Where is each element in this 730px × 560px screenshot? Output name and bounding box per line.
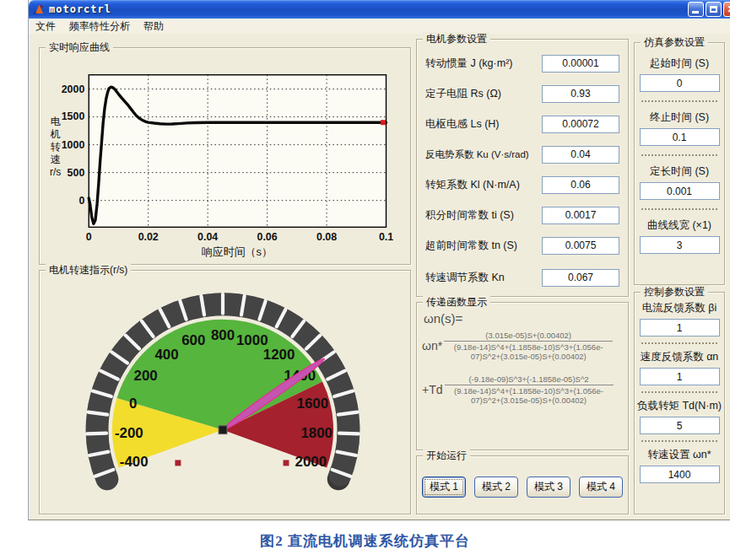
window-controls: ✕ xyxy=(688,2,730,17)
end-time-input[interactable] xyxy=(640,128,720,146)
panel-sim-params-title: 仿真参数设置 xyxy=(641,35,708,50)
curve-end-marker xyxy=(381,120,386,125)
panel-control-params: 控制参数设置 电流反馈系数 βi 速度反馈系数 αn 负载转矩 Td(N·m) … xyxy=(634,292,725,514)
transfer-term-prefix: +Td xyxy=(422,383,443,396)
transfer-term-reference: ωn* (3.015e-05)S+(0.00402) (9.18e-14)S^4… xyxy=(422,331,625,361)
panel-motor-params: 电机参数设置 转动惯量 J (kg·m²) 定子电阻 Rs (Ω) 电枢电感 L… xyxy=(416,39,629,297)
param-label: 曲线线宽 (×1) xyxy=(647,218,711,233)
param-label: 转矩系数 Kl (N·m/A) xyxy=(425,178,520,192)
window-title: motorctrl xyxy=(49,3,111,15)
x-tick: 0.04 xyxy=(197,231,218,243)
divider xyxy=(641,342,717,344)
y-axis-label: 电 机 转 速 r/s xyxy=(50,116,61,179)
maximize-icon xyxy=(710,6,717,13)
minimize-button[interactable] xyxy=(688,2,704,17)
panel-run-title: 开始运行 xyxy=(423,449,470,463)
inertia-input[interactable] xyxy=(542,55,619,73)
matlab-icon xyxy=(32,3,46,16)
plot-background xyxy=(89,75,386,228)
gauge-label: 800 xyxy=(211,327,235,343)
menu-frequency-analysis[interactable]: 频率特性分析 xyxy=(62,19,137,35)
close-icon: ✕ xyxy=(724,3,730,16)
param-row: 超前时间常数 tn (S) xyxy=(425,236,619,255)
param-label: 负载转矩 Td(N·m) xyxy=(637,399,722,413)
maximize-button[interactable] xyxy=(706,2,722,17)
step-time-input[interactable] xyxy=(640,182,720,200)
divider xyxy=(641,208,717,210)
gauge-indicator-square-right xyxy=(284,460,289,466)
param-label: 电流反馈系数 βi xyxy=(642,301,716,315)
panel-response-curve: 实时响应曲线 0 0.02 0.04 0.06 0.08 0.1 2000 xyxy=(39,47,411,265)
title-bar[interactable]: motorctrl ✕ xyxy=(29,0,730,19)
panel-transfer-function: 传递函数显示 ωn(s)= ωn* (3.015e-05)S+(0.00402)… xyxy=(416,302,629,450)
current-feedback-input[interactable] xyxy=(640,319,720,337)
close-button[interactable]: ✕ xyxy=(723,2,730,17)
param-row: 反电势系数 Ku (V·s/rad) xyxy=(425,145,619,164)
panel-control-params-title: 控制参数设置 xyxy=(641,285,708,299)
mode-2-button[interactable]: 模式 2 xyxy=(474,477,518,498)
integral-time-input[interactable] xyxy=(542,207,619,224)
divider xyxy=(641,440,717,442)
transfer-term-prefix: ωn* xyxy=(422,339,442,353)
x-axis-label: 响应时间（s） xyxy=(202,245,273,258)
control-params-column: 电流反馈系数 βi 速度反馈系数 αn 负载转矩 Td(N·m) 转速设置 ωn… xyxy=(640,299,719,483)
transfer-term-load: +Td (-9.18e-09)S^3+(-1.1858e-05)S^2 (9.1… xyxy=(422,374,625,405)
param-row: 转矩系数 Kl (N·m/A) xyxy=(425,175,619,194)
menu-file[interactable]: 文件 xyxy=(29,19,62,35)
transfer-denominator: (9.18e-14)S^4+(1.1858e-10)S^3+(1.056e-07… xyxy=(444,342,613,361)
gauge-label: 400 xyxy=(154,347,178,363)
gauge-label: 1200 xyxy=(263,347,295,363)
x-tick: 0.06 xyxy=(257,231,278,243)
transfer-numerator: (3.015e-05)S+(0.00402) xyxy=(444,331,613,342)
y-tick: 2000 xyxy=(62,83,85,95)
load-torque-input[interactable] xyxy=(640,417,720,434)
param-label: 终止时间 (S) xyxy=(650,110,709,125)
y-tick: 1000 xyxy=(62,139,85,151)
minimize-icon xyxy=(692,11,699,13)
x-tick: 0 xyxy=(86,231,92,243)
mode-4-button[interactable]: 模式 4 xyxy=(579,477,623,498)
line-width-input[interactable] xyxy=(640,236,720,254)
speed-regulation-input[interactable] xyxy=(542,269,619,287)
gauge-label: 2000 xyxy=(295,454,327,470)
y-tick: 1500 xyxy=(62,110,85,122)
speed-gauge: -400 -200 0 200 400 600 800 1000 1200 14… xyxy=(40,271,410,514)
window-content: 实时响应曲线 0 0.02 0.04 0.06 0.08 0.1 2000 xyxy=(29,34,730,520)
gauge-label: 1600 xyxy=(297,396,329,412)
x-tick: 0.02 xyxy=(138,231,159,243)
speed-setpoint-input[interactable] xyxy=(640,466,720,483)
response-plot: 0 0.02 0.04 0.06 0.08 0.1 2000 1500 1000… xyxy=(40,48,410,264)
gauge-label: 0 xyxy=(129,396,137,412)
armature-inductance-input[interactable] xyxy=(542,116,619,133)
param-label: 转动惯量 J (kg·m²) xyxy=(425,57,512,71)
start-time-input[interactable] xyxy=(640,74,720,92)
panel-sim-params: 仿真参数设置 起始时间 (S) 终止时间 (S) 定长时间 (S) 曲线线宽 (… xyxy=(634,42,725,285)
menu-help[interactable]: 帮助 xyxy=(137,19,170,35)
sim-params-column: 起始时间 (S) 终止时间 (S) 定长时间 (S) 曲线线宽 (×1) xyxy=(640,55,719,254)
speed-feedback-input[interactable] xyxy=(640,368,720,385)
x-tick: 0.08 xyxy=(316,231,337,243)
transfer-numerator: (-9.18e-09)S^3+(-1.1858e-05)S^2 xyxy=(445,374,614,385)
param-label: 反电势系数 Ku (V·s/rad) xyxy=(425,148,529,161)
back-emf-coefficient-input[interactable] xyxy=(542,146,619,164)
gauge-label: 1800 xyxy=(300,425,333,441)
param-label: 超前时间常数 tn (S) xyxy=(425,239,517,253)
param-label: 速度反馈系数 αn xyxy=(641,350,719,364)
param-label: 电枢电感 Ls (H) xyxy=(425,117,500,132)
lead-time-input[interactable] xyxy=(542,237,619,255)
torque-coefficient-input[interactable] xyxy=(542,176,619,194)
param-label: 定长时间 (S) xyxy=(650,164,709,179)
param-row: 电枢电感 Ls (H) xyxy=(425,115,619,133)
figure-caption: 图2 直流电机调速系统仿真平台 xyxy=(0,531,730,551)
gauge-label: -200 xyxy=(115,425,143,441)
page: motorctrl ✕ 文件 频率特性分析 帮助 实时响应曲线 xyxy=(0,0,730,560)
param-label: 转速设置 ωn* xyxy=(647,448,711,462)
x-tick: 0.1 xyxy=(379,231,393,243)
gauge-hub xyxy=(219,426,227,434)
stator-resistance-input[interactable] xyxy=(542,85,619,103)
mode-3-button[interactable]: 模式 3 xyxy=(527,477,570,498)
mode-1-button[interactable]: 模式 1 xyxy=(422,477,466,498)
menu-bar: 文件 频率特性分析 帮助 xyxy=(29,19,730,35)
transfer-fraction: (3.015e-05)S+(0.00402) (9.18e-14)S^4+(1.… xyxy=(444,331,613,361)
gauge-label: 600 xyxy=(181,332,205,348)
